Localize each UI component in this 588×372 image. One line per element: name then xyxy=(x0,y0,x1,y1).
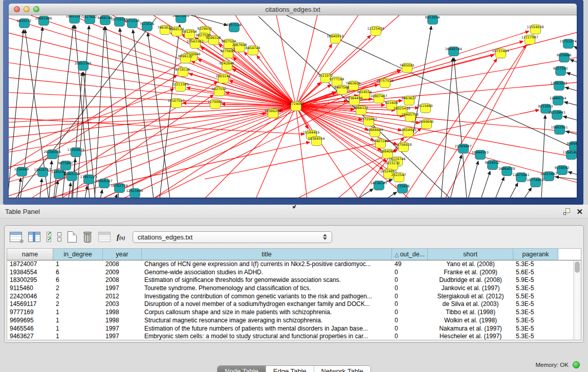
graph-node[interactable]: 18407249 xyxy=(375,139,386,148)
table-settings-button[interactable]: ⚙ xyxy=(10,232,22,242)
table-cell-name[interactable]: 9699695 xyxy=(7,317,53,325)
table-cell-pagerank[interactable]: 5.3E-5 xyxy=(513,285,558,293)
graph-node[interactable]: 9896122 xyxy=(180,54,191,63)
graph-node[interactable]: 10653287 xyxy=(69,15,80,24)
table-cell-title[interactable]: Disruption of a novel member of a sodium… xyxy=(142,300,392,309)
table-cell-out_de[interactable]: 0 xyxy=(392,293,428,301)
graph-node[interactable]: 6497568 xyxy=(337,85,347,95)
table-cell-out_de[interactable]: 0 xyxy=(392,300,428,309)
table-cell-pagerank[interactable]: 5.3E-5 xyxy=(513,300,558,309)
table-cell-title[interactable]: Investigating the contribution of common… xyxy=(142,293,392,301)
function-builder-button[interactable]: f(x) xyxy=(117,233,125,242)
table-cell-pagerank[interactable]: 5.6E-5 xyxy=(513,269,558,277)
table-cell-out_de[interactable]: 0 xyxy=(392,309,428,317)
scrollbar-thumb[interactable] xyxy=(575,261,580,273)
table-cell-year[interactable]: 1997 xyxy=(103,333,142,340)
graph-node[interactable]: 18107553 xyxy=(171,98,182,108)
graph-node[interactable]: 21269497 xyxy=(458,144,469,154)
graph-node[interactable]: 1170065 xyxy=(210,99,221,109)
create-column-button[interactable] xyxy=(28,232,40,242)
graph-node[interactable]: 9427552 xyxy=(214,86,225,96)
graph-node[interactable]: 14136141 xyxy=(374,181,384,190)
graph-node[interactable]: 19428757 xyxy=(37,167,48,177)
window-titlebar[interactable]: citations_edges.txt xyxy=(9,4,577,15)
table-cell-year[interactable]: 2008 xyxy=(103,276,142,285)
graph-node[interactable]: 8454749 xyxy=(248,46,258,55)
table-cell-title[interactable]: Embryonic stem cells: a model to study s… xyxy=(142,333,392,340)
table-row[interactable]: 946554611997Estimation of the future num… xyxy=(7,325,573,333)
table-cell-in_degree[interactable]: 1 xyxy=(53,309,103,317)
table-cell-year[interactable]: 2009 xyxy=(103,269,142,277)
table-cell-year[interactable]: 2003 xyxy=(103,300,142,309)
graph-node[interactable]: 2522547 xyxy=(394,172,404,182)
table-body[interactable]: 1872400712008Changes of HCN gene express… xyxy=(7,260,573,340)
table-cell-year[interactable]: 1998 xyxy=(103,309,142,317)
network-table-select[interactable]: citations_edges.txt xyxy=(133,231,332,243)
table-cell-name[interactable]: 18300295 xyxy=(7,276,53,285)
clear-selection-button[interactable] xyxy=(57,232,61,242)
table-cell-title[interactable]: Changes of HCN gene expression and I(f) … xyxy=(142,260,392,269)
graph-node[interactable]: 16664078 xyxy=(502,166,512,176)
table-cell-out_de[interactable]: 0 xyxy=(392,276,428,285)
graph-node[interactable]: 1145194 xyxy=(54,169,64,179)
table-cell-pagerank[interactable]: 5.3E-5 xyxy=(513,317,558,325)
graph-node[interactable]: 7485093 xyxy=(402,63,412,73)
table-cell-pagerank[interactable]: 5.9E-5 xyxy=(513,276,558,285)
graph-node[interactable]: 7515526 xyxy=(142,21,153,31)
graph-node[interactable]: 12125439 xyxy=(371,26,381,36)
table-cell-short[interactable]: Wolkin et al. (1998) xyxy=(428,317,513,325)
table-cell-out_de[interactable]: 0 xyxy=(392,325,428,333)
graph-node[interactable]: 10944553 xyxy=(475,150,486,160)
column-header-year[interactable]: year xyxy=(103,249,142,260)
table-cell-short[interactable]: Dudbridge et al. (2008) xyxy=(428,276,513,285)
table-cell-pagerank[interactable]: 5.3E-5 xyxy=(513,333,558,340)
graph-node[interactable]: 17957223 xyxy=(83,174,94,184)
table-cell-title[interactable]: Structural magnetic resonance image aver… xyxy=(142,317,392,325)
table-cell-short[interactable]: Stergiakouli et al. (2012) xyxy=(428,293,513,301)
graph-node[interactable]: 9975887 xyxy=(60,161,71,170)
graph-node[interactable]: 11545409 xyxy=(566,150,577,160)
graph-node[interactable]: 1527602 xyxy=(84,15,95,24)
graph-node[interactable]: 16210643 xyxy=(552,110,562,120)
graph-node[interactable]: 1156869 xyxy=(16,167,27,177)
table-cell-pagerank[interactable]: 5.3E-5 xyxy=(513,309,558,317)
graph-node[interactable]: 16648784 xyxy=(448,47,459,56)
graph-node[interactable]: 8186328 xyxy=(208,35,219,45)
table-cell-in_degree[interactable]: 6 xyxy=(53,269,103,277)
graph-node[interactable]: 7462609 xyxy=(348,81,359,91)
table-cell-title[interactable]: Estimation of significance thresholds fo… xyxy=(142,276,392,285)
table-row[interactable]: 977716911998Corpus callosum shape and si… xyxy=(7,309,573,317)
table-cell-short[interactable]: Nakamura et al. (1997) xyxy=(428,325,513,333)
graph-hub-node[interactable]: 18724007 xyxy=(291,101,301,111)
table-row[interactable]: 969969511998Structural magnetic resonanc… xyxy=(7,317,573,325)
table-row[interactable]: 1872400712008Changes of HCN gene express… xyxy=(7,260,573,269)
column-header-short[interactable]: short xyxy=(428,249,513,260)
table-cell-year[interactable]: 1997 xyxy=(103,285,142,293)
graph-node[interactable]: 20364436 xyxy=(349,96,360,105)
table-cell-year[interactable]: 1997 xyxy=(103,325,142,333)
table-cell-name[interactable]: 18724007 xyxy=(7,260,53,269)
graph-node[interactable]: 10774953 xyxy=(530,178,541,187)
graph-node[interactable]: 16958167 xyxy=(99,179,110,188)
vertical-scrollbar[interactable] xyxy=(573,260,581,340)
column-header-pagerank[interactable]: pagerank xyxy=(513,249,558,260)
table-cell-out_de[interactable]: 0 xyxy=(392,285,428,293)
graph-node[interactable]: 7857224 xyxy=(229,23,239,32)
table-cell-out_de[interactable]: 0 xyxy=(392,269,428,277)
graph-node[interactable]: 12444154 xyxy=(553,96,563,105)
graph-node[interactable]: 9150542 xyxy=(557,165,568,175)
column-header-name[interactable]: name xyxy=(7,249,53,260)
graph-node[interactable]: 16640910 xyxy=(330,34,341,43)
table-cell-name[interactable]: 9463627 xyxy=(7,333,53,340)
column-header-in_degree[interactable]: in_degree xyxy=(53,249,103,260)
graph-node[interactable]: 10719188 xyxy=(114,17,125,27)
graph-node[interactable]: 6466160 xyxy=(100,15,111,25)
table-cell-short[interactable]: Yano et al. (2008) xyxy=(428,260,513,269)
graph-node[interactable]: 11554038 xyxy=(530,25,541,34)
graph-node[interactable]: 10543362 xyxy=(190,39,201,49)
new-table-button[interactable] xyxy=(68,231,77,243)
table-cell-pagerank[interactable]: 5.3E-5 xyxy=(513,325,558,333)
graph-node[interactable]: 1733426 xyxy=(397,184,408,193)
graph-node[interactable]: 18300295 xyxy=(268,108,278,118)
graph-node[interactable]: 9115460 xyxy=(420,103,431,113)
